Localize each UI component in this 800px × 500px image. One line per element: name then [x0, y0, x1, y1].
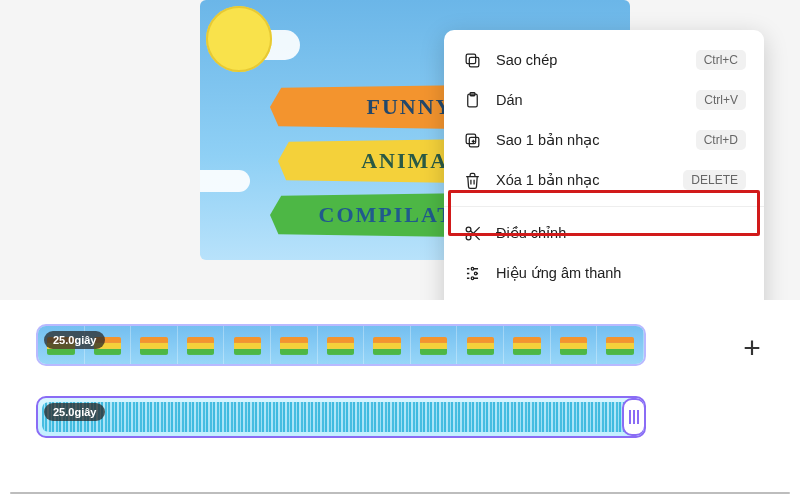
title-text-1: Funny — [367, 94, 454, 120]
fx-icon — [462, 263, 482, 283]
video-duration-badge: 25.0giây — [44, 331, 105, 349]
menu-item-label: Sao 1 bản nhạc — [496, 132, 682, 148]
video-thumbnail — [597, 326, 644, 364]
timeline-divider — [10, 492, 790, 494]
audio-trim-handle[interactable] — [622, 398, 646, 436]
menu-item-label: Dán — [496, 92, 682, 108]
video-thumbnail — [131, 326, 178, 364]
trim-icon — [462, 223, 482, 243]
audio-duration-badge: 25.0giây — [44, 403, 105, 421]
video-thumbnail — [551, 326, 598, 364]
svg-rect-1 — [466, 54, 476, 64]
menu-divider — [444, 206, 764, 207]
svg-rect-0 — [469, 57, 479, 67]
paste-icon — [462, 90, 482, 110]
menu-item-label: Sao chép — [496, 52, 682, 68]
video-thumbnail — [411, 326, 458, 364]
video-track[interactable]: 25.0giây — [36, 324, 646, 366]
menu-item-shortcut: Ctrl+D — [696, 130, 746, 150]
dupe-icon — [462, 130, 482, 150]
timeline-panel: 25.0giây 25.0giây + — [0, 300, 800, 500]
menu-item-shortcut: Ctrl+C — [696, 50, 746, 70]
menu-item-trash[interactable]: Xóa 1 bản nhạcDELETE — [444, 160, 764, 200]
video-thumbnail — [364, 326, 411, 364]
video-thumbnail — [224, 326, 271, 364]
video-thumbnail — [271, 326, 318, 364]
menu-item-shortcut: DELETE — [683, 170, 746, 190]
audio-waveform — [42, 402, 640, 432]
menu-item-label: Xóa 1 bản nhạc — [496, 172, 669, 188]
sun-graphic — [206, 6, 272, 72]
svg-point-9 — [474, 272, 477, 275]
menu-item-label: Hiệu ứng âm thanh — [496, 265, 746, 281]
svg-rect-4 — [466, 134, 476, 144]
video-thumbnail — [457, 326, 504, 364]
svg-rect-5 — [469, 137, 479, 147]
add-track-button[interactable]: + — [734, 330, 770, 366]
menu-item-label: Điều chỉnh — [496, 225, 746, 241]
menu-item-shortcut: Ctrl+V — [696, 90, 746, 110]
menu-item-dupe[interactable]: Sao 1 bản nhạcCtrl+D — [444, 120, 764, 160]
trash-icon — [462, 170, 482, 190]
menu-item-trim[interactable]: Điều chỉnh — [444, 213, 764, 253]
copy-icon — [462, 50, 482, 70]
video-thumbnail — [504, 326, 551, 364]
cloud-graphic — [200, 170, 250, 192]
audio-track[interactable]: 25.0giây — [36, 396, 646, 438]
svg-point-8 — [471, 267, 474, 270]
menu-item-fx[interactable]: Hiệu ứng âm thanh — [444, 253, 764, 293]
video-thumbnail — [178, 326, 225, 364]
menu-item-copy[interactable]: Sao chépCtrl+C — [444, 40, 764, 80]
video-thumbnail — [318, 326, 365, 364]
menu-item-paste[interactable]: DánCtrl+V — [444, 80, 764, 120]
svg-point-10 — [471, 276, 474, 279]
